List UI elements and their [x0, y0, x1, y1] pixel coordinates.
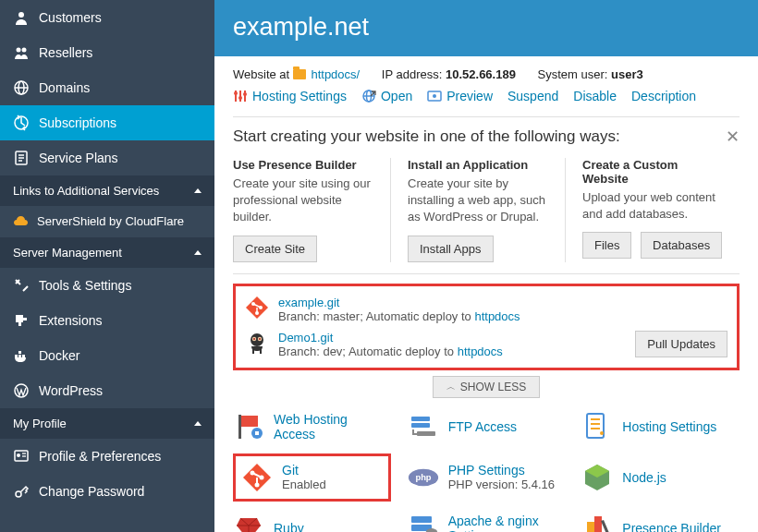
- preview-link[interactable]: Preview: [427, 89, 493, 103]
- nodejs-icon: [581, 462, 613, 493]
- open-link[interactable]: Open: [361, 89, 412, 103]
- main-panel: example.net Website at httpdocs/ IP addr…: [214, 0, 758, 532]
- folder-icon: [293, 69, 306, 79]
- key-icon: [13, 483, 30, 500]
- svg-rect-16: [22, 355, 25, 357]
- sidebar-item-customers[interactable]: Customers: [0, 0, 214, 35]
- cloudflare-icon: [13, 215, 30, 228]
- profile-icon: [13, 448, 30, 465]
- svg-point-1: [17, 48, 21, 53]
- col-text: Create your site by installing a web app…: [408, 175, 548, 226]
- svg-rect-41: [260, 349, 262, 354]
- sidebar-item-label: Service Plans: [39, 151, 118, 165]
- git-repo-row: example.git Branch: master; Automatic de…: [245, 292, 727, 327]
- action-bar: Hosting Settings Open Preview Suspend Di…: [233, 89, 740, 103]
- col-title: Install an Application: [408, 158, 548, 172]
- sidebar-item-extensions[interactable]: Extensions: [0, 303, 214, 338]
- svg-point-2: [22, 48, 27, 53]
- httpdocs-link[interactable]: httpdocs/: [311, 67, 360, 81]
- sidebar-item-tools-settings[interactable]: Tools & Settings: [0, 268, 214, 303]
- col-title: Use Presence Builder: [233, 158, 373, 172]
- svg-rect-44: [255, 431, 259, 435]
- sidebar-item-service-plans[interactable]: Service Plans: [0, 140, 214, 175]
- sidebar-section-links[interactable]: Links to Additional Services: [0, 175, 214, 206]
- hosting-icon: [581, 411, 613, 442]
- tile-hosting-settings[interactable]: Hosting Settings: [581, 409, 740, 444]
- tile-git[interactable]: Git Enabled: [241, 460, 383, 495]
- svg-rect-40: [252, 349, 254, 354]
- description-link[interactable]: Description: [631, 89, 696, 103]
- show-less-button[interactable]: ︿SHOW LESS: [433, 376, 540, 398]
- pull-updates-button[interactable]: Pull Updates: [635, 331, 727, 357]
- sidebar-item-domains[interactable]: Domains: [0, 70, 214, 105]
- domains-icon: [13, 79, 30, 96]
- git-icon: [241, 462, 273, 493]
- git-icon: [245, 296, 269, 320]
- sidebar-item-label: Docker: [39, 348, 79, 363]
- git-repo-link[interactable]: Demo1.git: [278, 331, 333, 345]
- svg-rect-62: [587, 522, 594, 532]
- presence-builder-icon: [581, 513, 613, 532]
- tile-ftp-access[interactable]: FTP Access: [408, 409, 566, 444]
- tile-label: Git: [282, 463, 326, 478]
- sidebar-section-label: Links to Additional Services: [13, 184, 159, 198]
- sidebar-item-subscriptions[interactable]: Subscriptions: [0, 105, 214, 140]
- svg-rect-13: [18, 322, 21, 326]
- extensions-icon: [13, 312, 30, 329]
- tile-label: Apache & nginx Settings: [448, 514, 566, 532]
- svg-rect-12: [23, 318, 27, 320]
- subscriptions-icon: [13, 115, 30, 131]
- chevron-up-icon: [194, 188, 202, 193]
- sidebar-section-profile[interactable]: My Profile: [0, 408, 214, 439]
- git-target-link[interactable]: httpdocs: [474, 309, 520, 323]
- hosting-settings-link[interactable]: Hosting Settings: [233, 89, 347, 103]
- tile-php-settings[interactable]: php PHP Settings PHP version: 5.4.16: [408, 453, 566, 502]
- create-site-button[interactable]: Create Site: [233, 236, 317, 262]
- sidebar-item-resellers[interactable]: Resellers: [0, 35, 214, 70]
- sidebar-item-label: Subscriptions: [39, 115, 116, 130]
- sidebar-section-server[interactable]: Server Management: [0, 237, 214, 268]
- disable-link[interactable]: Disable: [573, 89, 617, 103]
- svg-text:php: php: [415, 473, 431, 482]
- install-apps-button[interactable]: Install Apps: [408, 236, 494, 262]
- flag-icon: [233, 411, 264, 442]
- sidebar-item-wordpress[interactable]: WordPress: [0, 373, 214, 408]
- svg-rect-14: [15, 355, 18, 357]
- ip-value: 10.52.66.189: [446, 67, 516, 81]
- wordpress-icon: [13, 382, 30, 399]
- svg-rect-15: [18, 355, 21, 357]
- tile-label: Presence Builder: [622, 521, 721, 532]
- svg-point-24: [234, 91, 238, 95]
- sidebar-item-docker[interactable]: Docker: [0, 338, 214, 373]
- chevron-up-icon: [194, 421, 202, 426]
- tile-ruby[interactable]: Ruby: [233, 511, 391, 532]
- sidebar-item-label: Change Password: [39, 484, 144, 499]
- server-settings-icon: [408, 513, 439, 532]
- svg-point-39: [259, 338, 261, 340]
- customers-icon: [13, 9, 30, 26]
- svg-rect-42: [238, 415, 241, 439]
- col-text: Upload your web content and add database…: [582, 189, 723, 223]
- tile-nodejs[interactable]: Node.js: [581, 453, 740, 502]
- sidebar-item-label: Tools & Settings: [39, 278, 131, 293]
- sidebar-item-change-password[interactable]: Change Password: [0, 474, 214, 509]
- git-repo-row: Demo1.git Branch: dev; Automatic deploy …: [245, 327, 727, 362]
- suspend-link[interactable]: Suspend: [507, 89, 558, 103]
- col-install-app: Install an Application Create your site …: [390, 158, 565, 262]
- git-repo-link[interactable]: example.git: [278, 296, 339, 309]
- tile-web-hosting-access[interactable]: Web Hosting Access: [233, 409, 391, 444]
- tile-sublabel: Enabled: [282, 478, 326, 491]
- tools-icon: [13, 277, 30, 294]
- sidebar-item-label: Profile & Preferences: [39, 449, 161, 464]
- close-icon[interactable]: ✕: [726, 127, 740, 147]
- sidebar-item-servershield[interactable]: ServerShield by CloudFlare: [0, 206, 214, 237]
- git-target-link[interactable]: httpdocs: [458, 345, 503, 358]
- system-user: user3: [611, 67, 643, 81]
- files-button[interactable]: Files: [582, 232, 631, 259]
- sidebar-item-profile-prefs[interactable]: Profile & Preferences: [0, 439, 214, 474]
- tile-git-highlight: Git Enabled: [233, 453, 391, 502]
- tile-apache-nginx[interactable]: Apache & nginx Settings: [408, 511, 566, 532]
- tiles-grid: Web Hosting Access FTP Access Hosting Se…: [233, 409, 740, 532]
- databases-button[interactable]: Databases: [641, 232, 722, 259]
- tile-presence-builder[interactable]: Presence Builder: [581, 511, 740, 532]
